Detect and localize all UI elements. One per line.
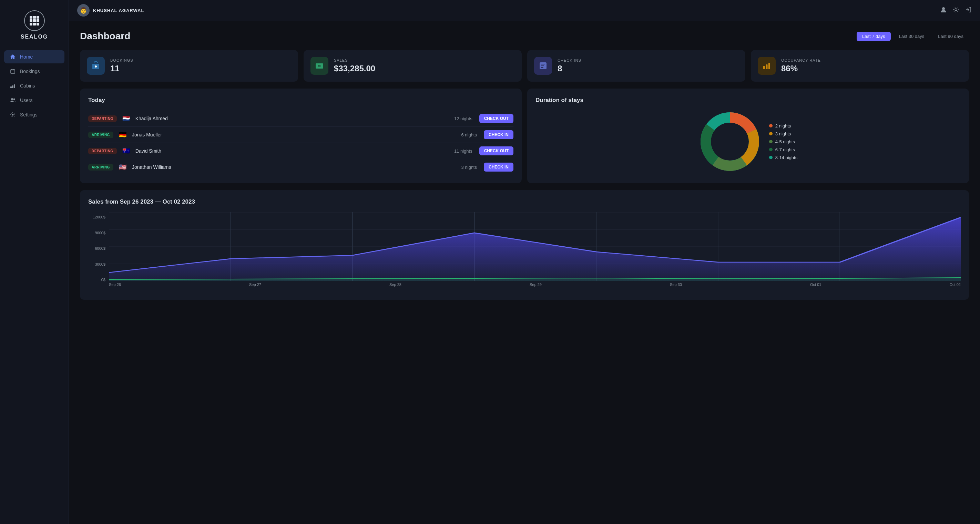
stat-card-sales: $ SALES $33,285.00 xyxy=(304,50,522,82)
legend-dot-3 xyxy=(769,148,773,151)
checkin-btn-3[interactable]: CHECK IN xyxy=(484,163,514,171)
legend-label-2: 4-5 nights xyxy=(775,139,795,144)
y-label-2: 3000$ xyxy=(88,262,105,266)
legend: 2 nights 3 nights 4-5 nights 6-7 ni xyxy=(769,123,797,160)
app-name: SEALOG xyxy=(21,34,48,40)
filter-90days[interactable]: Last 90 days xyxy=(932,32,969,41)
sales-value: $33,285.00 xyxy=(334,64,375,73)
svg-point-23 xyxy=(713,124,747,159)
guest-name-0: Khadija Ahmed xyxy=(135,116,450,121)
legend-item-1: 3 nights xyxy=(769,131,797,137)
nav-label-bookings: Bookings xyxy=(20,68,40,74)
legend-label-0: 2 nights xyxy=(775,123,791,129)
svg-rect-2 xyxy=(12,86,13,88)
occupancy-stat-content: OCCUPANCY RATE 86% xyxy=(781,58,821,73)
bookings-value: 11 xyxy=(110,64,134,73)
profile-icon[interactable] xyxy=(940,6,947,15)
y-label-4: 9000$ xyxy=(88,231,105,235)
filter-7days[interactable]: Last 7 days xyxy=(857,32,891,41)
gear-icon[interactable] xyxy=(953,6,959,15)
x-label-0: Sep 26 xyxy=(109,283,121,287)
occupancy-label: OCCUPANCY RATE xyxy=(781,58,821,62)
donut-area: 2 nights 3 nights 4-5 nights 6-7 ni xyxy=(536,111,961,173)
badge-departing-0: DEPARTING xyxy=(88,116,117,122)
page-title: Dashboard xyxy=(80,31,130,42)
logo-grid xyxy=(30,16,39,25)
donut-chart xyxy=(699,111,761,173)
sidebar-item-users[interactable]: Users xyxy=(4,94,64,107)
svg-rect-1 xyxy=(10,86,12,88)
y-label-3: 6000$ xyxy=(88,246,105,251)
svg-point-5 xyxy=(13,98,15,100)
logout-icon[interactable] xyxy=(965,6,972,15)
badge-departing-2: DEPARTING xyxy=(88,148,117,154)
legend-dot-4 xyxy=(769,156,773,159)
legend-label-4: 8-14 nights xyxy=(775,155,797,160)
bookings-stat-content: BOOKINGS 11 xyxy=(110,58,134,73)
checkin-btn-1[interactable]: CHECK IN xyxy=(484,130,514,139)
svg-rect-0 xyxy=(11,70,15,73)
logo-circle xyxy=(24,10,45,31)
filter-30days[interactable]: Last 30 days xyxy=(894,32,930,41)
cabins-icon xyxy=(10,83,16,89)
nights-1: 6 nights xyxy=(461,132,477,137)
sidebar-item-settings[interactable]: Settings xyxy=(4,108,64,121)
users-icon xyxy=(10,97,16,103)
sales-svg xyxy=(109,212,961,281)
nav-label-settings: Settings xyxy=(20,112,38,118)
checkout-btn-2[interactable]: CHECK OUT xyxy=(479,146,514,156)
guest-name-1: Jonas Mueller xyxy=(132,132,457,137)
sidebar-item-home[interactable]: Home xyxy=(4,50,64,64)
sales-stat-content: SALES $33,285.00 xyxy=(334,58,375,73)
y-label-1: 0$ xyxy=(88,278,105,282)
svg-text:$: $ xyxy=(319,65,320,68)
legend-item-4: 8-14 nights xyxy=(769,155,797,160)
legend-dot-0 xyxy=(769,124,773,127)
stat-card-bookings: BOOKINGS 11 xyxy=(80,50,298,82)
nav-label-users: Users xyxy=(20,97,33,103)
topbar: 👨 KHUSHAL AGARWAL xyxy=(69,0,980,21)
stats-row: BOOKINGS 11 $ SALES $33,285.00 xyxy=(80,50,969,82)
home-icon xyxy=(10,54,16,60)
settings-icon xyxy=(10,112,16,118)
badge-arriving-3: ARRIVING xyxy=(88,164,113,170)
nav-label-cabins: Cabins xyxy=(20,83,35,89)
sales-label: SALES xyxy=(334,58,375,62)
nav-items: Home Bookings Cabins xyxy=(0,50,68,121)
legend-dot-1 xyxy=(769,132,773,135)
bookings-stat-icon xyxy=(87,57,105,75)
today-title: Today xyxy=(88,97,514,104)
date-filters: Last 7 days Last 30 days Last 90 days xyxy=(857,32,969,41)
nights-0: 12 nights xyxy=(454,116,473,121)
legend-item-3: 6-7 nights xyxy=(769,147,797,152)
svg-rect-15 xyxy=(763,66,765,69)
today-card: Today DEPARTING 🇳🇱 Khadija Ahmed 12 nigh… xyxy=(80,89,522,183)
svg-point-6 xyxy=(12,114,14,116)
checkins-value: 8 xyxy=(558,64,581,73)
duration-card: Duration of stays xyxy=(527,89,969,183)
username: KHUSHAL AGARWAL xyxy=(93,8,144,13)
svg-rect-16 xyxy=(766,64,768,69)
flag-0: 🇳🇱 xyxy=(123,115,130,122)
checkins-stat-content: CHECK INS 8 xyxy=(558,58,581,73)
legend-item-0: 2 nights xyxy=(769,123,797,129)
x-label-5: Oct 01 xyxy=(810,283,821,287)
bookings-label: BOOKINGS xyxy=(110,58,134,62)
today-row-1: ARRIVING 🇩🇪 Jonas Mueller 6 nights CHECK… xyxy=(88,127,514,143)
badge-arriving-1: ARRIVING xyxy=(88,132,113,138)
x-label-4: Sep 30 xyxy=(670,283,682,287)
today-row-0: DEPARTING 🇳🇱 Khadija Ahmed 12 nights CHE… xyxy=(88,111,514,127)
legend-dot-2 xyxy=(769,140,773,143)
sidebar-item-cabins[interactable]: Cabins xyxy=(4,79,64,92)
legend-label-3: 6-7 nights xyxy=(775,147,795,152)
sidebar-item-bookings[interactable]: Bookings xyxy=(4,65,64,78)
avatar: 👨 xyxy=(77,4,89,16)
checkout-btn-0[interactable]: CHECK OUT xyxy=(479,114,514,123)
dashboard-header: Dashboard Last 7 days Last 30 days Last … xyxy=(80,31,969,42)
svg-rect-17 xyxy=(768,63,770,69)
svg-point-7 xyxy=(942,7,945,10)
x-label-6: Oct 02 xyxy=(950,283,961,287)
today-row-2: DEPARTING 🇦🇺 David Smith 11 nights CHECK… xyxy=(88,143,514,159)
flag-2: 🇦🇺 xyxy=(123,147,130,155)
sales-card: Sales from Sep 26 2023 — Oct 02 2023 120… xyxy=(80,190,969,300)
